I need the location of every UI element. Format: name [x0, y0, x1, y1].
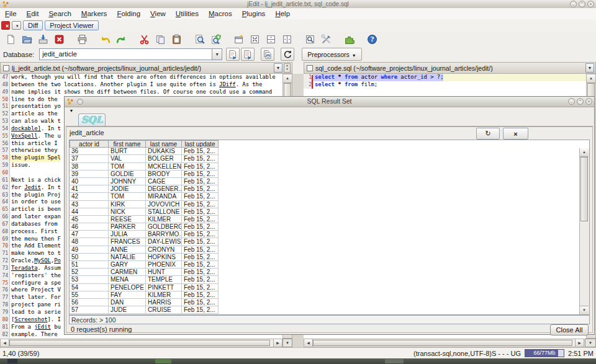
close-icon[interactable]: × — [587, 1, 594, 7]
table-row[interactable]: 45REESEKILMERFeb 15, 2... — [70, 216, 589, 223]
editor-line[interactable]: 48between the two locations. Another plu… — [0, 81, 282, 89]
table-row[interactable]: 53MENATEMPLEFeb 15, 2... — [70, 276, 589, 283]
scroll-up-icon[interactable]: ▲ — [283, 74, 292, 83]
table-row[interactable]: 56DANHARRISFeb 15, 2... — [70, 299, 589, 306]
buffer-sets-widget[interactable]: ▼ — [282, 339, 292, 347]
memory-gauge[interactable]: 66/77Mb — [525, 349, 564, 357]
close-result-tab-button[interactable]: × — [503, 128, 528, 140]
editor-line[interactable]: 49name implies it shows the diff between… — [0, 89, 282, 96]
toolbar-split-horizontal-button[interactable] — [263, 32, 279, 46]
scroll-up-icon[interactable]: ▲ — [580, 148, 589, 157]
menu-file[interactable]: File — [0, 8, 22, 19]
table-row[interactable]: 55FAYKILMERFeb 15, 2... — [70, 291, 589, 299]
buffer-switcher-right[interactable]: sql_code.sql (~/software_projects/linux_… — [304, 62, 596, 74]
buffer-switcher-left[interactable]: lj_jedit_article.txt (~/software_project… — [0, 62, 292, 74]
dockable-menu-icon[interactable]: ▼ — [67, 108, 76, 114]
scrollbar-thumb[interactable] — [313, 340, 572, 346]
left-horizontal-scrollbar[interactable]: ◀ ▶ — [0, 339, 282, 347]
result-window-title-bar[interactable]: SQL Result Set ⌄ ⌃ × — [65, 97, 594, 107]
minimize-icon[interactable]: ⌄ — [568, 98, 575, 105]
buffer-split-widget[interactable]: ▲▼ — [284, 63, 291, 73]
dock-button-diff[interactable]: Diff — [23, 20, 43, 30]
execute-selection-button[interactable] — [226, 48, 240, 61]
table-row[interactable]: 42TOMMIRANDAFeb 15, 2... — [70, 193, 589, 200]
column-header-first-name[interactable]: first name — [109, 140, 146, 148]
scroll-right-icon[interactable]: ▶ — [575, 339, 584, 347]
table-row[interactable]: 37VALBOLGERFeb 15, 2... — [70, 155, 589, 162]
scrollbar-thumb[interactable] — [9, 340, 270, 346]
dockable-close-button[interactable]: × — [1, 21, 10, 30]
toolbar-split-vertical-button[interactable] — [279, 32, 295, 46]
maximize-icon[interactable]: ⌃ — [577, 98, 584, 105]
close-icon[interactable]: × — [585, 98, 592, 105]
toolbar-new-view-button[interactable] — [230, 32, 246, 46]
editor-line[interactable]: 1select * from actor where actor_id > ?; — [304, 74, 586, 81]
table-row[interactable]: 57JUDECRUISEFeb 15, 2... — [70, 306, 589, 314]
menu-utilities[interactable]: Utilities — [171, 8, 204, 19]
toolbar-unsplit-button[interactable] — [246, 32, 263, 46]
toolbar-help-button[interactable]: ? — [364, 32, 380, 46]
table-vertical-scrollbar[interactable]: ▲ ▼ — [579, 148, 589, 314]
scrollbar-thumb[interactable] — [580, 157, 588, 221]
toolbar-new-file-button[interactable] — [2, 32, 19, 46]
editor-line[interactable]: 2select * from film; — [304, 81, 586, 89]
menu-view[interactable]: View — [145, 8, 171, 19]
menu-search[interactable]: Search — [43, 8, 76, 19]
right-horizontal-scrollbar[interactable]: ◀ ▶ — [304, 339, 584, 347]
toolbar-paste-button[interactable] — [168, 32, 184, 46]
toolbar-close-buffer-button[interactable] — [51, 32, 67, 46]
scroll-down-icon[interactable]: ▼ — [580, 306, 589, 314]
toolbar-focus-buffer-button[interactable] — [302, 32, 318, 46]
table-row[interactable]: 39GOLDIEBRODYFeb 15, 2... — [70, 171, 589, 178]
table-row[interactable]: 54PENELOPEPINKETTFeb 15, 2... — [70, 284, 589, 291]
close-all-button[interactable]: Close All — [550, 324, 589, 335]
maximize-icon[interactable]: ⌃ — [579, 1, 585, 7]
toolbar-copy-button[interactable] — [152, 32, 168, 46]
toolbar-find-replace-button[interactable] — [207, 32, 224, 46]
menu-help[interactable]: Help — [270, 8, 295, 19]
toolbar-undo-button[interactable] — [97, 32, 113, 46]
toolbar-plugin-manager-button[interactable] — [341, 32, 357, 46]
dock-button-project-viewer[interactable]: Project Viewer — [45, 20, 99, 30]
chevron-down-icon[interactable]: ▼ — [212, 49, 222, 60]
table-row[interactable]: 40JOHNNYCAGEFeb 15, 2... — [70, 178, 589, 185]
table-row[interactable]: 47JULIABARRYMO...Feb 15, 2... — [70, 231, 589, 238]
database-combo[interactable]: jedit_article ▼ — [39, 48, 222, 60]
toolbar-cut-button[interactable] — [136, 32, 152, 46]
scroll-left-icon[interactable]: ◀ — [1, 339, 9, 347]
table-row[interactable]: 48FRANCESDAY-LEWISFeb 15, 2... — [70, 238, 589, 246]
column-header-last-name[interactable]: last name — [146, 140, 182, 148]
chevron-down-icon[interactable]: ▼ — [274, 63, 282, 73]
pane-splitter[interactable] — [292, 339, 304, 347]
scroll-up-icon[interactable]: ▲ — [587, 74, 595, 83]
menu-edit[interactable]: Edit — [22, 8, 44, 19]
table-row[interactable]: 43KIRKJOVOVICHFeb 15, 2... — [70, 201, 589, 208]
table-row[interactable]: 52CARMENHUNTFeb 15, 2... — [70, 269, 589, 276]
column-header-actor-id[interactable]: actor id — [70, 140, 109, 148]
toolbar-save-file-button[interactable] — [35, 32, 51, 46]
table-row[interactable]: 41JODIEDEGENER...Feb 15, 2... — [70, 185, 589, 193]
scroll-left-icon[interactable]: ◀ — [304, 339, 313, 347]
tab-sql[interactable]: SQL — [78, 113, 106, 127]
editor-line[interactable]: 47work, though you will find that there … — [0, 74, 282, 81]
menu-folding[interactable]: Folding — [112, 8, 145, 19]
toolbar-find-button[interactable] — [191, 32, 207, 46]
scroll-right-icon[interactable]: ▶ — [273, 339, 282, 347]
preprocessors-button[interactable]: Preprocessors▼ — [302, 48, 362, 61]
minimize-icon[interactable]: ⌄ — [570, 1, 577, 7]
menu-markers[interactable]: Markers — [76, 8, 112, 19]
table-row[interactable]: 38TOMMCKELLENFeb 15, 2... — [70, 163, 589, 171]
column-header-last-update[interactable]: last update — [182, 140, 219, 148]
load-object-button[interactable] — [261, 48, 274, 61]
table-row[interactable]: 44NICKSTALLONEFeb 15, 2... — [70, 208, 589, 216]
buffer-sets-widget[interactable]: ▼ — [585, 339, 596, 347]
table-row[interactable]: 50NATALIEHOPKINSFeb 15, 2... — [70, 254, 589, 261]
table-row[interactable]: 46PARKERGOLDBERGFeb 15, 2... — [70, 223, 589, 231]
table-row[interactable]: 49ANNECRONYNFeb 15, 2... — [70, 246, 589, 254]
dockable-menu-button[interactable]: ▾ — [12, 21, 21, 30]
toolbar-print-button[interactable] — [74, 32, 90, 46]
toolbar-open-file-button[interactable] — [19, 32, 35, 46]
rerun-query-button[interactable]: ↻ — [476, 128, 500, 140]
table-row[interactable]: 36BURTDUKAKISFeb 15, 2... — [70, 148, 589, 155]
table-row[interactable]: 51GARYPHOENIXFeb 15, 2... — [70, 261, 589, 269]
